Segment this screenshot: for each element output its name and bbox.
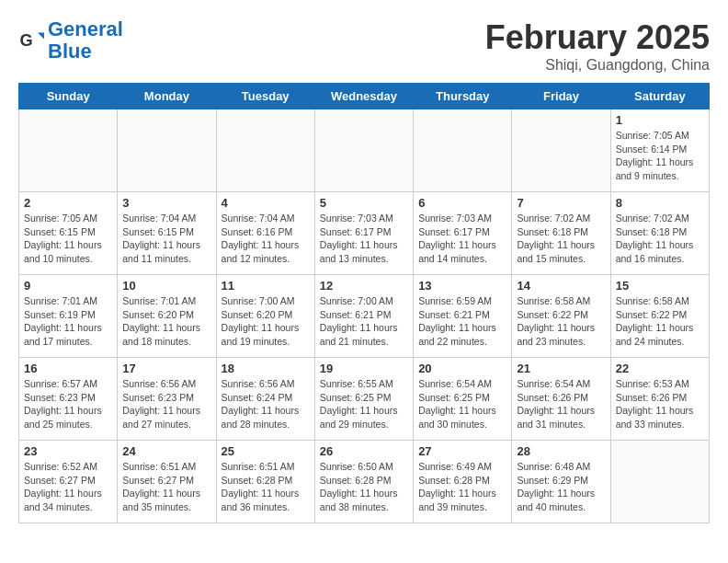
day-info: Sunrise: 6:53 AM Sunset: 6:26 PM Dayligh… [616, 377, 704, 431]
day-number: 19 [320, 362, 408, 375]
day-cell: 23Sunrise: 6:52 AM Sunset: 6:27 PM Dayli… [19, 441, 118, 523]
day-number: 17 [122, 362, 210, 375]
day-cell [118, 109, 216, 192]
day-cell [610, 441, 709, 523]
day-info: Sunrise: 6:54 AM Sunset: 6:25 PM Dayligh… [418, 377, 506, 431]
day-cell: 24Sunrise: 6:51 AM Sunset: 6:27 PM Dayli… [118, 441, 216, 523]
calendar-body: 1Sunrise: 7:05 AM Sunset: 6:14 PM Daylig… [19, 109, 710, 523]
day-info: Sunrise: 6:48 AM Sunset: 6:29 PM Dayligh… [517, 460, 605, 514]
day-info: Sunrise: 7:03 AM Sunset: 6:17 PM Dayligh… [320, 212, 408, 266]
weekday-monday: Monday [118, 84, 216, 109]
weekday-tuesday: Tuesday [216, 84, 314, 109]
day-cell: 14Sunrise: 6:58 AM Sunset: 6:22 PM Dayli… [512, 275, 610, 358]
day-cell: 15Sunrise: 6:58 AM Sunset: 6:22 PM Dayli… [610, 275, 709, 358]
day-number: 12 [320, 279, 408, 293]
day-cell [19, 109, 118, 192]
day-cell: 9Sunrise: 7:01 AM Sunset: 6:19 PM Daylig… [19, 275, 118, 358]
day-number: 3 [122, 196, 210, 210]
day-cell: 4Sunrise: 7:04 AM Sunset: 6:16 PM Daylig… [216, 192, 314, 275]
day-cell [314, 109, 413, 192]
weekday-friday: Friday [512, 84, 610, 109]
day-cell: 22Sunrise: 6:53 AM Sunset: 6:26 PM Dayli… [610, 358, 709, 441]
weekday-thursday: Thursday [414, 84, 512, 109]
day-cell: 19Sunrise: 6:55 AM Sunset: 6:25 PM Dayli… [314, 358, 413, 441]
day-info: Sunrise: 6:49 AM Sunset: 6:28 PM Dayligh… [418, 460, 506, 514]
logo-text: General Blue [48, 18, 123, 63]
day-info: Sunrise: 6:56 AM Sunset: 6:24 PM Dayligh… [222, 377, 310, 431]
week-row-5: 23Sunrise: 6:52 AM Sunset: 6:27 PM Dayli… [19, 441, 710, 523]
day-info: Sunrise: 6:57 AM Sunset: 6:23 PM Dayligh… [24, 377, 112, 431]
day-cell: 5Sunrise: 7:03 AM Sunset: 6:17 PM Daylig… [314, 192, 413, 275]
day-info: Sunrise: 6:59 AM Sunset: 6:21 PM Dayligh… [418, 294, 506, 349]
week-row-2: 2Sunrise: 7:05 AM Sunset: 6:15 PM Daylig… [19, 192, 710, 275]
day-number: 5 [320, 196, 408, 210]
day-info: Sunrise: 7:00 AM Sunset: 6:21 PM Dayligh… [320, 294, 408, 349]
day-cell: 3Sunrise: 7:04 AM Sunset: 6:15 PM Daylig… [118, 192, 216, 275]
day-info: Sunrise: 7:05 AM Sunset: 6:15 PM Dayligh… [24, 212, 112, 266]
logo: G General Blue [18, 18, 123, 63]
week-row-3: 9Sunrise: 7:01 AM Sunset: 6:19 PM Daylig… [19, 275, 710, 358]
day-number: 20 [418, 362, 506, 375]
day-info: Sunrise: 7:04 AM Sunset: 6:16 PM Dayligh… [222, 212, 310, 266]
day-cell [512, 109, 610, 192]
day-cell: 17Sunrise: 6:56 AM Sunset: 6:23 PM Dayli… [118, 358, 216, 441]
day-info: Sunrise: 6:51 AM Sunset: 6:28 PM Dayligh… [222, 460, 310, 514]
day-number: 14 [517, 279, 605, 293]
svg-marker-1 [38, 33, 44, 40]
day-info: Sunrise: 7:02 AM Sunset: 6:18 PM Dayligh… [517, 212, 605, 266]
day-cell: 6Sunrise: 7:03 AM Sunset: 6:17 PM Daylig… [414, 192, 512, 275]
day-cell: 27Sunrise: 6:49 AM Sunset: 6:28 PM Dayli… [414, 441, 512, 523]
day-info: Sunrise: 6:58 AM Sunset: 6:22 PM Dayligh… [517, 294, 605, 349]
day-number: 2 [24, 196, 112, 210]
calendar-subtitle: Shiqi, Guangdong, China [485, 57, 710, 74]
day-info: Sunrise: 6:52 AM Sunset: 6:27 PM Dayligh… [24, 460, 112, 514]
day-cell: 1Sunrise: 7:05 AM Sunset: 6:14 PM Daylig… [610, 109, 709, 192]
day-number: 11 [222, 279, 310, 293]
logo-general: General [48, 17, 123, 40]
day-number: 1 [616, 113, 704, 127]
day-cell: 25Sunrise: 6:51 AM Sunset: 6:28 PM Dayli… [216, 441, 314, 523]
day-cell: 16Sunrise: 6:57 AM Sunset: 6:23 PM Dayli… [19, 358, 118, 441]
day-info: Sunrise: 7:01 AM Sunset: 6:19 PM Dayligh… [24, 294, 112, 349]
svg-text:G: G [19, 31, 32, 50]
day-number: 15 [616, 279, 704, 293]
day-number: 16 [24, 362, 112, 375]
day-number: 22 [616, 362, 704, 375]
day-info: Sunrise: 7:00 AM Sunset: 6:20 PM Dayligh… [222, 294, 310, 349]
day-info: Sunrise: 6:55 AM Sunset: 6:25 PM Dayligh… [320, 377, 408, 431]
day-cell: 7Sunrise: 7:02 AM Sunset: 6:18 PM Daylig… [512, 192, 610, 275]
weekday-sunday: Sunday [19, 84, 118, 109]
day-number: 24 [122, 444, 210, 458]
day-info: Sunrise: 7:04 AM Sunset: 6:15 PM Dayligh… [122, 212, 210, 266]
day-info: Sunrise: 6:54 AM Sunset: 6:26 PM Dayligh… [517, 377, 605, 431]
day-number: 27 [418, 444, 506, 458]
day-cell [216, 109, 314, 192]
page-header: G General Blue February 2025 Shiqi, Guan… [18, 18, 710, 74]
day-number: 9 [24, 279, 112, 293]
day-cell: 18Sunrise: 6:56 AM Sunset: 6:24 PM Dayli… [216, 358, 314, 441]
day-cell: 8Sunrise: 7:02 AM Sunset: 6:18 PM Daylig… [610, 192, 709, 275]
day-info: Sunrise: 6:50 AM Sunset: 6:28 PM Dayligh… [320, 460, 408, 514]
day-number: 18 [222, 362, 310, 375]
day-number: 26 [320, 444, 408, 458]
week-row-1: 1Sunrise: 7:05 AM Sunset: 6:14 PM Daylig… [19, 109, 710, 192]
week-row-4: 16Sunrise: 6:57 AM Sunset: 6:23 PM Dayli… [19, 358, 710, 441]
day-info: Sunrise: 6:56 AM Sunset: 6:23 PM Dayligh… [122, 377, 210, 431]
day-cell: 28Sunrise: 6:48 AM Sunset: 6:29 PM Dayli… [512, 441, 610, 523]
day-number: 4 [222, 196, 310, 210]
day-cell: 12Sunrise: 7:00 AM Sunset: 6:21 PM Dayli… [314, 275, 413, 358]
day-number: 7 [517, 196, 605, 210]
day-number: 21 [517, 362, 605, 375]
day-info: Sunrise: 7:01 AM Sunset: 6:20 PM Dayligh… [122, 294, 210, 349]
day-info: Sunrise: 6:58 AM Sunset: 6:22 PM Dayligh… [616, 294, 704, 349]
day-cell: 13Sunrise: 6:59 AM Sunset: 6:21 PM Dayli… [414, 275, 512, 358]
day-number: 8 [616, 196, 704, 210]
day-cell: 2Sunrise: 7:05 AM Sunset: 6:15 PM Daylig… [19, 192, 118, 275]
day-number: 23 [24, 444, 112, 458]
day-number: 10 [122, 279, 210, 293]
weekday-wednesday: Wednesday [314, 84, 413, 109]
calendar-title: February 2025 [485, 18, 710, 57]
logo-blue: Blue [48, 40, 123, 63]
day-cell: 26Sunrise: 6:50 AM Sunset: 6:28 PM Dayli… [314, 441, 413, 523]
day-number: 25 [222, 444, 310, 458]
